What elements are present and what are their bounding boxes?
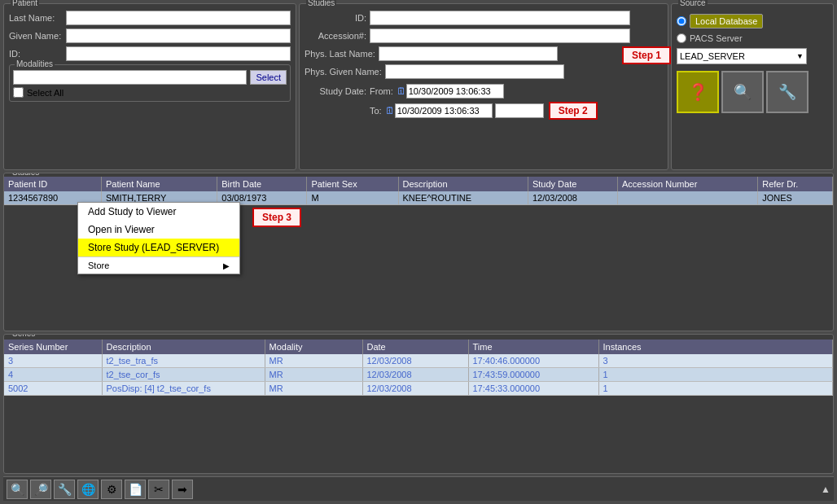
- series-col-date: Date: [362, 340, 468, 354]
- col-description: Description: [398, 177, 528, 191]
- accession-label: Accession#:: [305, 31, 370, 41]
- modalities-input[interactable]: [13, 70, 247, 85]
- modalities-title: Modalities: [15, 59, 55, 68]
- series-row-2[interactable]: 4 t2_tse_cor_fs MR 12/03/2008 17:43:59.0…: [4, 368, 833, 382]
- series-cell-modality-2: MR: [265, 368, 362, 382]
- series-cell-date-3: 12/03/2008: [362, 382, 468, 396]
- toolbar-btn-8[interactable]: ➡: [172, 480, 193, 499]
- patient-id-label: ID:: [9, 49, 66, 59]
- series-cell-modality-1: MR: [265, 354, 362, 368]
- source-title: Source: [678, 0, 708, 7]
- series-cell-instances-2: 1: [598, 368, 833, 382]
- cell-accession: [618, 191, 758, 205]
- series-cell-desc-2: t2_tse_cor_fs: [102, 368, 265, 382]
- series-row-3[interactable]: 5002 PosDisp: [4] t2_tse_cor_fs MR 12/03…: [4, 382, 833, 396]
- server-dropdown[interactable]: LEAD_SERVER ▼: [677, 48, 807, 64]
- studies-form-title: Studies: [306, 0, 336, 7]
- phys-last-label: Phys. Last Name:: [305, 49, 379, 59]
- menu-store[interactable]: Store ▶: [78, 257, 239, 274]
- bottom-toolbar: 🔍 🔎 🔧 🌐 ⚙ 📄 ✂ ➡ ▲: [3, 476, 834, 501]
- menu-add-to-viewer[interactable]: Add Study to Viewer: [78, 203, 239, 221]
- patient-id-input[interactable]: [66, 46, 291, 61]
- series-cell-time-2: 17:43:59.000000: [468, 368, 598, 382]
- cell-description: KNEE^ROUTINE: [398, 191, 528, 205]
- local-db-badge[interactable]: Local Database: [690, 14, 763, 28]
- toolbar-btn-4[interactable]: 🌐: [77, 480, 99, 499]
- to-date-extra-input[interactable]: [495, 103, 544, 118]
- studies-table-title: Studies: [11, 173, 41, 177]
- studies-table-area: Studies Patient ID Patient Name Birth Da…: [3, 173, 834, 331]
- toolbar-btn-6[interactable]: 📄: [125, 480, 146, 499]
- study-id-input[interactable]: [370, 11, 630, 25]
- col-birth-date: Birth Date: [217, 177, 307, 191]
- select-all-checkbox[interactable]: [13, 87, 24, 98]
- server-value: LEAD_SERVER: [680, 51, 745, 61]
- cell-sex: M: [307, 191, 398, 205]
- study-id-label: ID:: [305, 13, 370, 23]
- series-cell-desc-1: t2_tse_tra_fs: [102, 354, 265, 368]
- pacs-radio[interactable]: [677, 33, 686, 43]
- from-calendar-icon[interactable]: 🗓: [397, 85, 406, 97]
- series-table: Series Number Description Modality Date …: [4, 340, 833, 396]
- cell-study-date: 12/03/2008: [528, 191, 617, 205]
- series-col-number: Series Number: [4, 340, 102, 354]
- col-study-date: Study Date: [528, 177, 617, 191]
- accession-input[interactable]: [370, 28, 630, 43]
- col-accession: Accession Number: [618, 177, 758, 191]
- select-all-label: Select All: [27, 88, 64, 98]
- col-patient-id: Patient ID: [4, 177, 101, 191]
- studies-form-panel: Studies ID: Accession#: Phys. Last Name:…: [299, 3, 668, 170]
- local-db-radio[interactable]: [677, 16, 686, 26]
- context-menu: Add Study to Viewer Open in Viewer Store…: [77, 202, 240, 274]
- toolbar-btn-5[interactable]: ⚙: [101, 480, 122, 499]
- submenu-arrow-icon: ▶: [223, 261, 230, 270]
- source-panel: Source Local Database PACS Server LEAD_S…: [671, 3, 834, 170]
- phys-last-input[interactable]: [379, 46, 558, 61]
- modalities-section: Modalities Select Select All: [9, 64, 291, 102]
- menu-open-in-viewer[interactable]: Open in Viewer: [78, 221, 239, 239]
- series-cell-time-1: 17:40:46.000000: [468, 354, 598, 368]
- toolbar-end-icon: ▲: [821, 484, 830, 495]
- toolbar-btn-7[interactable]: ✂: [148, 480, 169, 499]
- col-patient-name: Patient Name: [101, 177, 217, 191]
- search-button[interactable]: ❓: [677, 71, 719, 113]
- phys-given-label: Phys. Given Name:: [305, 67, 385, 77]
- series-cell-number-2: 4: [4, 368, 102, 382]
- series-col-instances: Instances: [598, 340, 833, 354]
- series-cell-desc-3: PosDisp: [4] t2_tse_cor_fs: [102, 382, 265, 396]
- to-date-input[interactable]: [395, 103, 493, 118]
- series-row-1[interactable]: 3 t2_tse_tra_fs MR 12/03/2008 17:40:46.0…: [4, 354, 833, 368]
- dropdown-arrow-icon: ▼: [796, 52, 804, 60]
- detail-button[interactable]: 🔍: [721, 71, 764, 113]
- series-cell-modality-3: MR: [265, 382, 362, 396]
- to-label: To:: [370, 106, 382, 116]
- series-table-area: Series Series Number Description Modalit…: [3, 334, 834, 474]
- given-name-label: Given Name:: [9, 31, 66, 41]
- toolbar-btn-1[interactable]: 🔍: [7, 480, 28, 499]
- from-date-input[interactable]: [406, 84, 504, 99]
- series-cell-date-2: 12/03/2008: [362, 368, 468, 382]
- series-col-time: Time: [468, 340, 598, 354]
- tools-button[interactable]: 🔧: [766, 71, 809, 113]
- series-col-description: Description: [102, 340, 265, 354]
- select-button[interactable]: Select: [250, 70, 287, 85]
- patient-panel: Patient Last Name: Given Name: ID: Modal…: [3, 3, 296, 170]
- toolbar-btn-2[interactable]: 🔎: [30, 480, 51, 499]
- local-db-label: Local Database: [695, 16, 757, 26]
- col-refer-dr: Refer Dr.: [758, 177, 833, 191]
- toolbar-btn-3[interactable]: 🔧: [54, 480, 75, 499]
- last-name-input[interactable]: [66, 11, 291, 25]
- series-cell-number-3: 5002: [4, 382, 102, 396]
- from-label: From:: [370, 86, 393, 96]
- series-col-modality: Modality: [265, 340, 362, 354]
- study-date-label: Study Date:: [305, 86, 370, 96]
- step3-annotation: Step 3: [252, 208, 301, 227]
- phys-given-input[interactable]: [385, 64, 564, 79]
- to-calendar-icon[interactable]: 🗓: [385, 105, 395, 116]
- series-cell-instances-3: 1: [598, 382, 833, 396]
- series-cell-number-1: 3: [4, 354, 102, 368]
- menu-store-study[interactable]: Store Study (LEAD_SERVER): [78, 239, 239, 256]
- patient-panel-title: Patient: [11, 0, 39, 7]
- given-name-input[interactable]: [66, 28, 291, 43]
- col-sex: Patient Sex: [307, 177, 398, 191]
